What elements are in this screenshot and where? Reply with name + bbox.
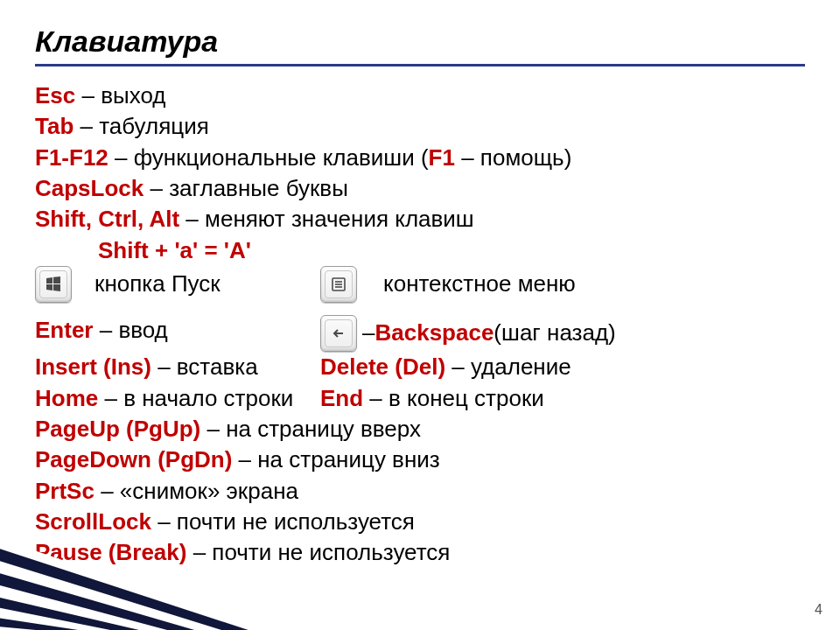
dash-backspace: – — [362, 318, 374, 348]
title-rule — [35, 64, 805, 66]
key-home: Home — [35, 385, 98, 411]
line-ins-del: Insert (Ins) – вставка Delete (Del) – уд… — [35, 352, 805, 382]
desc-pagedown: – на страницу вниз — [232, 446, 439, 472]
key-delete: Delete (Del) — [320, 354, 445, 380]
key-fkeys: F1-F12 — [35, 144, 108, 171]
desc-contextkey: контекстное меню — [383, 269, 576, 299]
svg-marker-14 — [0, 626, 75, 630]
desc-insert: – вставка — [151, 354, 258, 380]
shift-example: Shift + 'a' = 'A' — [98, 237, 251, 263]
key-tab: Tab — [35, 113, 74, 139]
desc-scrolllock: – почти не используется — [151, 508, 415, 535]
key-prtsc: PrtSc — [35, 478, 94, 504]
desc-enter: – ввод — [93, 317, 167, 343]
key-scrolllock: ScrollLock — [35, 508, 151, 535]
svg-marker-11 — [0, 597, 154, 630]
context-menu-key-icon — [320, 266, 357, 303]
desc-end: – в конец строки — [363, 385, 544, 411]
svg-marker-9 — [0, 572, 206, 630]
svg-marker-10 — [0, 584, 180, 630]
line-capslock: CapsLock – заглавные буквы — [35, 173, 805, 204]
line-shift-example: Shift + 'a' = 'A' — [35, 235, 805, 266]
page-number: 4 — [815, 602, 822, 618]
line-prtsc: PrtSc – «снимок» экрана — [35, 476, 805, 507]
desc-fkeys-2: – помощь) — [455, 144, 571, 171]
line-winkeys: кнопка Пуск контекстное меню — [35, 266, 805, 303]
line-scrolllock: ScrollLock – почти не используется — [35, 507, 805, 537]
desc-pageup: – на страницу вверх — [200, 416, 421, 442]
desc-esc: – выход — [75, 82, 165, 108]
cell-insert: Insert (Ins) – вставка — [35, 352, 320, 382]
key-f1: F1 — [429, 144, 455, 171]
key-end: End — [320, 385, 363, 411]
line-fkeys: F1-F12 – функциональные клавиши (F1 – по… — [35, 143, 805, 173]
key-pagedown: PageDown (PgDn) — [35, 446, 232, 472]
line-pageup: PageUp (PgUp) – на страницу вверх — [35, 414, 805, 444]
desc-fkeys-1: – функциональные клавиши ( — [108, 144, 429, 171]
cell-home: Home – в начало строки — [35, 383, 320, 414]
desc-home: – в начало строки — [98, 385, 293, 411]
line-tab: Tab – табуляция — [35, 111, 805, 142]
key-pageup: PageUp (PgUp) — [35, 416, 200, 442]
key-enter: Enter — [35, 317, 93, 343]
slide: Клавиатура Esc – выход Tab – табуляция F… — [0, 0, 840, 630]
desc-pause: – почти не используется — [186, 539, 450, 565]
slide-title: Клавиатура — [35, 24, 805, 59]
key-esc: Esc — [35, 82, 75, 108]
desc-prtsc: – «снимок» экрана — [94, 478, 298, 504]
line-esc: Esc – выход — [35, 80, 805, 111]
key-capslock: CapsLock — [35, 175, 144, 201]
line-modifiers: Shift, Ctrl, Alt – меняют значения клави… — [35, 204, 805, 234]
svg-marker-8 — [0, 560, 233, 630]
cell-end: End – в конец строки — [320, 383, 805, 414]
desc-tab: – табуляция — [74, 113, 208, 139]
cell-delete: Delete (Del) – удаление — [320, 352, 805, 382]
svg-marker-12 — [0, 607, 128, 630]
contextkey-cell: контекстное меню — [320, 266, 805, 303]
desc-backspace: (шаг назад) — [494, 318, 615, 348]
svg-marker-13 — [0, 618, 102, 630]
line-home-end: Home – в начало строки End – в конец стр… — [35, 383, 805, 414]
winkey-cell: кнопка Пуск — [35, 266, 320, 303]
key-modifiers: Shift, Ctrl, Alt — [35, 206, 179, 232]
cell-backspace: – Backspace (шаг назад) — [320, 315, 805, 352]
slide-body: Esc – выход Tab – табуляция F1-F12 – фун… — [35, 80, 805, 569]
key-backspace: Backspace — [374, 318, 494, 348]
key-insert: Insert (Ins) — [35, 354, 151, 380]
desc-winkey: кнопка Пуск — [94, 269, 220, 299]
line-pause: Pause (Break) – почти не используется — [35, 537, 805, 568]
line-pagedown: PageDown (PgDn) – на страницу вниз — [35, 444, 805, 475]
windows-key-icon — [35, 266, 72, 303]
backspace-key-icon — [320, 315, 357, 352]
cell-enter: Enter – ввод — [35, 315, 320, 352]
desc-modifiers: – меняют значения клавиш — [179, 206, 474, 232]
key-pause: Pause (Break) — [35, 539, 186, 565]
line-enter-backspace: Enter – ввод – Backspace (шаг назад) — [35, 315, 805, 352]
desc-capslock: – заглавные буквы — [144, 175, 348, 201]
desc-delete: – удаление — [445, 354, 571, 380]
